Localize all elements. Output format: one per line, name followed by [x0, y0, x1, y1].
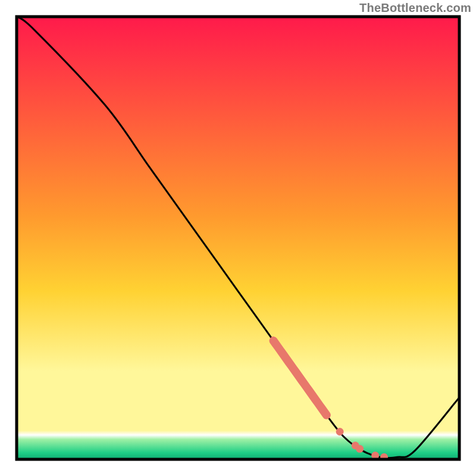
chart-container: TheBottleneck.com	[0, 0, 476, 476]
plot-background	[17, 17, 459, 459]
highlight-dot	[356, 445, 364, 453]
attribution-text: TheBottleneck.com	[359, 1, 471, 15]
highlight-dot	[336, 428, 344, 436]
bottleneck-chart	[0, 0, 476, 476]
